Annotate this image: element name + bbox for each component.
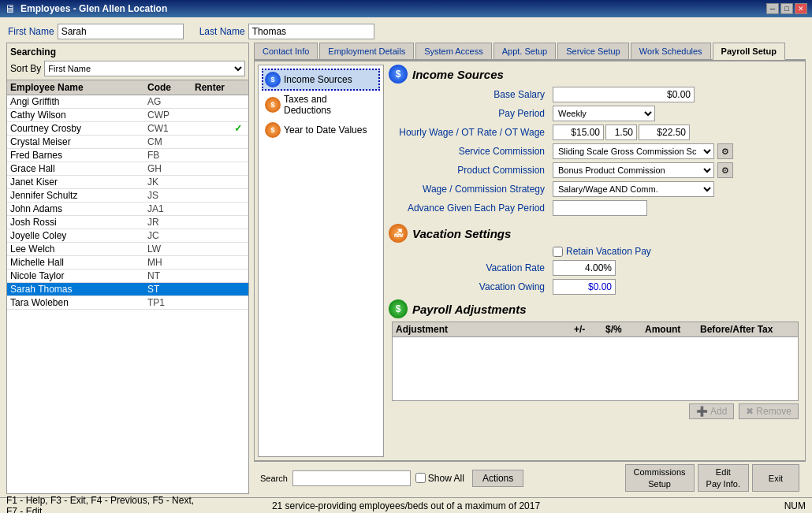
vacation-section: 🏖 Vacation Settings Retain Vacation Pay <box>389 224 802 295</box>
title-bar: 🖥 Employees - Glen Allen Location ─ □ ✕ <box>0 0 812 17</box>
service-comm-select[interactable]: Sliding Scale Gross Commission Sc Flat R… <box>553 143 714 159</box>
tab-contact[interactable]: Contact Info <box>254 43 318 59</box>
income-form-grid: Base Salary Pay Period Weekly Bi-Weekly … <box>389 87 802 216</box>
pay-period-select[interactable]: Weekly Bi-Weekly Semi-Monthly Monthly <box>553 106 655 121</box>
hourly-wage-row: Hourly Wage / OT Rate / OT Wage <box>392 125 799 140</box>
status-right: NUM <box>606 500 806 511</box>
header-scroll <box>234 82 245 93</box>
emp-code: MH <box>147 257 195 268</box>
tree-item-taxes[interactable]: $ Taxes and Deductions <box>262 91 380 119</box>
minimize-button[interactable]: ─ <box>766 3 779 14</box>
tab-payroll[interactable]: Payroll Setup <box>713 43 785 60</box>
hourly-wage-input[interactable] <box>553 125 604 140</box>
emp-check <box>234 270 245 281</box>
ot-wage-input[interactable] <box>639 125 690 140</box>
tab-work[interactable]: Work Schedules <box>631 43 711 59</box>
emp-name: Janet Kiser <box>10 177 147 188</box>
show-all-text: Show All <box>428 473 464 484</box>
show-all-checkbox[interactable] <box>415 473 426 483</box>
emp-name: Angi Griffith <box>10 96 147 107</box>
actions-button[interactable]: Actions <box>472 470 523 487</box>
remove-icon: ✖ <box>746 406 754 417</box>
employee-row[interactable]: John Adams JA1 <box>7 203 248 216</box>
retain-vacation-checkbox[interactable] <box>553 247 563 257</box>
wage-strategy-label: Wage / Commission Strategy <box>392 184 549 195</box>
emp-check <box>234 203 245 214</box>
employee-row[interactable]: Joyelle Coley JC <box>7 229 248 243</box>
emp-check: ✓ <box>234 123 245 134</box>
status-mid: 21 service-providing employees/beds out … <box>207 500 606 511</box>
remove-adjustment-button[interactable]: ✖ Remove <box>739 403 799 419</box>
tab-system[interactable]: System Access <box>415 43 492 59</box>
advance-input[interactable] <box>553 200 647 216</box>
vacation-owing-input[interactable] <box>553 279 616 295</box>
employee-row[interactable]: Fred Barnes FB <box>7 149 248 162</box>
service-comm-label: Service Commission <box>392 146 549 157</box>
emp-name: Cathy Wilson <box>10 110 147 121</box>
employee-row[interactable]: Crystal Meiser CM <box>7 136 248 149</box>
product-comm-row: Product Commission Bonus Product Commiss… <box>392 162 799 178</box>
tabs-row: Contact Info Employment Details System A… <box>254 43 806 61</box>
wage-strategy-select[interactable]: Salary/Wage AND Comm. Commission Only Sa… <box>553 181 714 197</box>
window-title: Employees - Glen Allen Location <box>20 3 766 14</box>
right-panel: Contact Info Employment Details System A… <box>254 43 806 494</box>
exit-button[interactable]: Exit <box>752 464 799 492</box>
commissions-setup-button[interactable]: CommissionsSetup <box>625 464 695 492</box>
tab-appt[interactable]: Appt. Setup <box>494 43 557 59</box>
emp-check <box>234 136 245 147</box>
adj-col-amount: Amount <box>645 324 700 335</box>
employee-row[interactable]: Angi Griffith AG <box>7 95 248 109</box>
remove-label: Remove <box>756 406 792 417</box>
employee-row[interactable]: Sarah Thomas ST <box>7 283 248 296</box>
maximize-button[interactable]: □ <box>780 3 793 14</box>
sort-by-select[interactable]: First Name Last Name Code <box>44 61 245 76</box>
tree-item-income[interactable]: $ Income Sources <box>262 69 380 91</box>
search-bottom-label: Search <box>260 474 288 483</box>
emp-code: NT <box>147 270 195 281</box>
employee-row[interactable]: Michelle Hall MH <box>7 256 248 270</box>
first-name-input[interactable] <box>58 24 184 39</box>
employee-row[interactable]: Janet Kiser JK <box>7 176 248 189</box>
adj-footer: ➕ Add ✖ Remove <box>389 401 802 422</box>
first-name-label: First Name <box>8 26 54 37</box>
header-name: Employee Name <box>10 82 147 93</box>
employee-row[interactable]: Cathy Wilson CWP <box>7 109 248 122</box>
search-bottom-input[interactable] <box>292 470 411 486</box>
employee-row[interactable]: Jennifer Schultz JS <box>7 189 248 203</box>
emp-check <box>234 230 245 241</box>
income-section-title: Income Sources <box>412 68 504 81</box>
add-adjustment-button[interactable]: ➕ Add <box>689 403 734 419</box>
retain-vacation-group: Retain Vacation Pay <box>553 246 651 257</box>
employee-row[interactable]: Grace Hall GH <box>7 162 248 176</box>
tab-service[interactable]: Service Setup <box>557 43 628 59</box>
product-comm-settings-button[interactable]: ⚙ <box>717 162 733 178</box>
adj-table-header: Adjustment +/- $/% Amount Before/After T… <box>393 322 798 337</box>
emp-name: Fred Barnes <box>10 150 147 161</box>
emp-renter <box>195 123 234 134</box>
show-all-label: Show All <box>415 473 464 484</box>
employee-row[interactable]: Tara Woleben TP1 <box>7 296 248 310</box>
emp-name: Tara Woleben <box>10 297 147 308</box>
emp-check <box>234 190 245 201</box>
emp-check <box>234 177 245 188</box>
close-button[interactable]: ✕ <box>795 3 807 14</box>
employee-row[interactable]: Nicole Taylor NT <box>7 270 248 283</box>
last-name-input[interactable] <box>248 24 374 39</box>
vacation-rate-input[interactable] <box>553 260 616 276</box>
sort-by-label: Sort By <box>10 63 41 74</box>
emp-code: FB <box>147 150 195 161</box>
base-salary-input[interactable] <box>553 87 695 102</box>
edit-pay-info-button[interactable]: EditPay Info. <box>698 464 749 492</box>
vacation-section-header: 🏖 Vacation Settings <box>389 224 802 243</box>
ot-rate-input[interactable] <box>605 125 637 140</box>
employee-row[interactable]: Josh Rossi JR <box>7 216 248 229</box>
vacation-rate-row: Vacation Rate <box>392 260 799 276</box>
hourly-group <box>553 125 690 140</box>
employee-row[interactable]: Courtney Crosby CW1 ✓ <box>7 122 248 136</box>
product-comm-select[interactable]: Bonus Product Commission Flat Rate None <box>553 162 714 178</box>
employee-row[interactable]: Lee Welch LW <box>7 243 248 256</box>
service-comm-settings-button[interactable]: ⚙ <box>717 143 733 159</box>
tree-item-ytd[interactable]: $ Year to Date Values <box>262 119 380 141</box>
emp-name: John Adams <box>10 203 147 214</box>
tab-employment[interactable]: Employment Details <box>319 43 414 59</box>
